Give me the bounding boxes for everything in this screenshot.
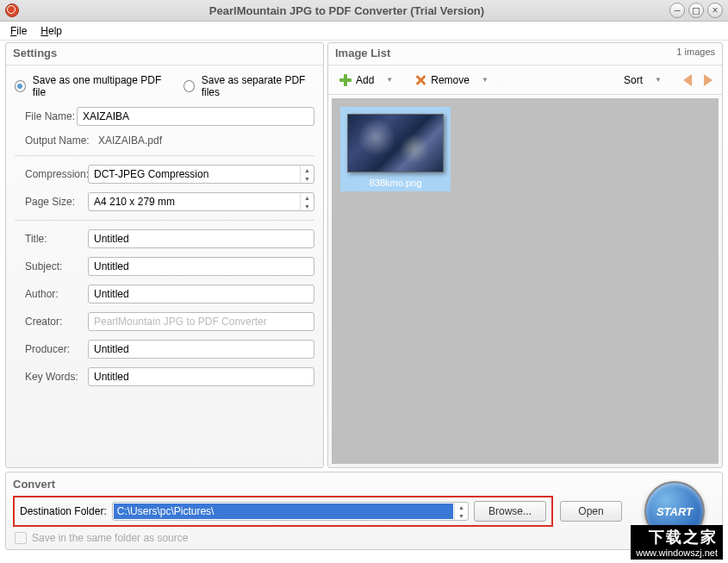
radio-multipage[interactable] [15, 80, 26, 92]
title-input[interactable] [88, 229, 314, 248]
producer-input[interactable] [88, 340, 314, 359]
remove-label: Remove [431, 74, 470, 86]
watermark-cn: 下载之家 [636, 527, 718, 547]
same-folder-checkbox[interactable] [15, 532, 27, 544]
thumbnail-name: 838kmo.png [347, 178, 444, 188]
thumbnail-image [347, 114, 444, 172]
add-button[interactable]: Add [333, 71, 379, 90]
creator-input [88, 312, 314, 331]
settings-header: Settings [13, 47, 57, 59]
filename-input[interactable] [77, 107, 314, 126]
imagelist-count: 1 images [676, 47, 715, 59]
add-dropdown[interactable]: ▼ [383, 76, 396, 84]
sort-dropdown[interactable]: ▼ [651, 76, 665, 84]
titlebar: PearlMountain JPG to PDF Converter (Tria… [0, 0, 728, 22]
settings-panel: Settings Save as one multipage PDF file … [5, 42, 324, 468]
compression-combo[interactable]: DCT-JPEG Compression ▲▼ [88, 165, 314, 184]
window-title: PearlMountain JPG to PDF Converter (Tria… [24, 4, 669, 17]
creator-label: Creator: [15, 316, 88, 328]
destfolder-value: C:\Users\pc\Pictures\ [114, 504, 453, 519]
arrow-right-icon [704, 74, 712, 86]
watermark-url: www.windowszj.net [636, 547, 718, 558]
subject-input[interactable] [88, 257, 314, 276]
next-button[interactable] [700, 72, 717, 88]
compression-value: DCT-JPEG Compression [89, 168, 300, 180]
pagesize-combo[interactable]: A4 210 x 279 mm ▲▼ [88, 192, 314, 211]
filename-label: File Name: [15, 110, 77, 122]
arrow-left-icon [683, 74, 692, 86]
pagesize-label: Page Size: [15, 196, 88, 208]
outputname-value: XAIZAIBA.pdf [98, 134, 162, 147]
prev-button[interactable] [679, 72, 696, 88]
producer-label: Producer: [15, 343, 88, 355]
convert-panel: Convert Destination Folder: C:\Users\pc\… [5, 472, 723, 550]
compression-label: Compression: [15, 168, 88, 180]
menubar: File Help [0, 22, 728, 41]
outputname-label: Output Name: [25, 134, 98, 147]
radio-separate-label: Save as separate PDF files [202, 74, 314, 98]
watermark: 下载之家 www.windowszj.net [631, 525, 723, 560]
imagelist-header: Image List [335, 47, 390, 59]
menu-file[interactable]: File [5, 23, 32, 39]
thumbnail-item[interactable]: 838kmo.png [340, 107, 451, 191]
same-folder-label: Save in the same folder as source [32, 532, 188, 544]
sort-button[interactable]: Sort [619, 72, 648, 89]
destfolder-combo[interactable]: C:\Users\pc\Pictures\ ▲▼ [112, 502, 469, 521]
plus-icon [339, 73, 352, 87]
x-icon [414, 73, 427, 87]
radio-multipage-label: Save as one multipage PDF file [33, 74, 164, 98]
pagesize-value: A4 210 x 279 mm [89, 196, 300, 208]
app-icon [5, 3, 19, 17]
minimize-button[interactable]: – [669, 3, 685, 18]
thumbnails-area[interactable]: 838kmo.png [332, 98, 719, 464]
keywords-input[interactable] [88, 367, 314, 386]
maximize-button[interactable]: ◻ [688, 3, 704, 18]
menu-help[interactable]: Help [35, 23, 67, 39]
destfolder-label: Destination Folder: [20, 505, 107, 517]
imagelist-panel: Image List 1 images Add ▼ Remove ▼ Sort … [327, 42, 723, 468]
remove-dropdown[interactable]: ▼ [478, 76, 492, 84]
remove-button[interactable]: Remove [408, 71, 475, 90]
open-button[interactable]: Open [560, 501, 622, 522]
title-label: Title: [15, 233, 88, 245]
author-label: Author: [15, 288, 88, 300]
destination-highlight: Destination Folder: C:\Users\pc\Pictures… [13, 496, 553, 527]
keywords-label: Key Words: [15, 371, 88, 383]
subject-label: Subject: [15, 260, 88, 272]
sort-label: Sort [624, 74, 643, 86]
close-button[interactable]: × [707, 3, 723, 18]
author-input[interactable] [88, 285, 314, 303]
radio-separate[interactable] [184, 80, 195, 92]
add-label: Add [356, 74, 374, 86]
browse-button[interactable]: Browse... [474, 501, 546, 522]
convert-header: Convert [13, 476, 715, 496]
